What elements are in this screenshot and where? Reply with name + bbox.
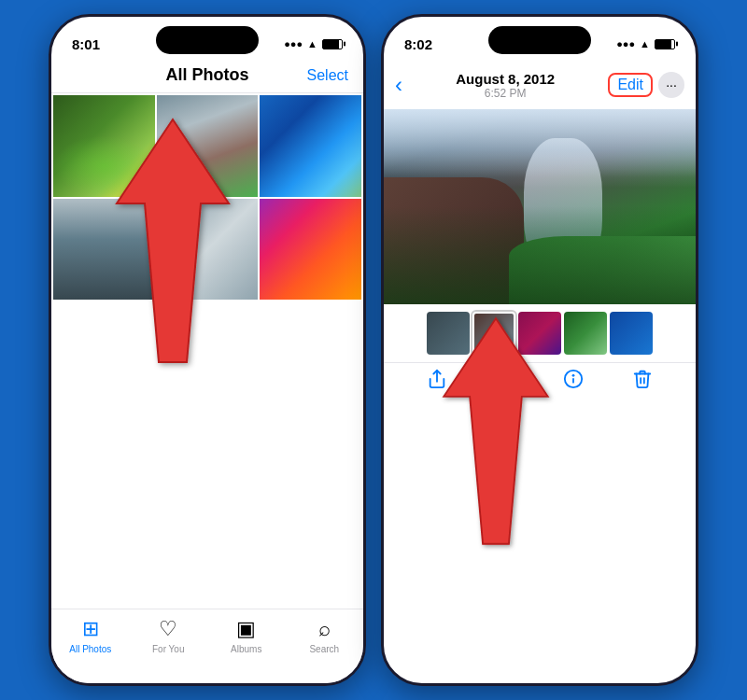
thumbnail-3[interactable] bbox=[518, 312, 561, 355]
status-time-2: 8:02 bbox=[404, 36, 432, 52]
ellipsis-icon: ··· bbox=[666, 77, 677, 92]
tab-for-you-icon: ♡ bbox=[159, 617, 177, 641]
signal-icon-1: ●●● bbox=[284, 38, 303, 49]
photo-date-main: August 8, 2012 bbox=[402, 71, 608, 87]
dynamic-island-1 bbox=[156, 26, 259, 54]
nav-right-actions: Edit ··· bbox=[608, 72, 684, 98]
all-photos-title: All Photos bbox=[113, 65, 302, 85]
like-button[interactable]: ♡ bbox=[496, 370, 514, 394]
photo-grid bbox=[51, 93, 363, 301]
more-options-button[interactable]: ··· bbox=[658, 72, 684, 98]
thumbnail-4[interactable] bbox=[564, 312, 607, 355]
signal-icon-2: ●●● bbox=[616, 38, 635, 49]
tab-all-photos-label: All Photos bbox=[69, 644, 111, 654]
back-button[interactable]: ‹ bbox=[395, 72, 402, 98]
nav-bar-1: All Photos Select bbox=[51, 62, 363, 93]
tab-for-you[interactable]: ♡ For You bbox=[130, 617, 208, 654]
tab-albums-label: Albums bbox=[231, 644, 261, 654]
thumbnail-5[interactable] bbox=[610, 312, 653, 355]
phone-2: 8:02 ●●● ▲ ‹ August 8, 2012 6:52 PM Edit… bbox=[381, 14, 698, 686]
tab-search-icon: ⌕ bbox=[318, 617, 331, 641]
nav-bar-detail: ‹ August 8, 2012 6:52 PM Edit ··· bbox=[384, 62, 696, 109]
thumbnail-1[interactable] bbox=[427, 312, 470, 355]
info-button[interactable] bbox=[563, 369, 584, 395]
dynamic-island-2 bbox=[488, 26, 591, 54]
status-icons-2: ●●● ▲ bbox=[616, 38, 675, 49]
thumbnail-strip bbox=[384, 304, 696, 362]
share-button[interactable] bbox=[427, 369, 447, 395]
battery-icon-2 bbox=[655, 39, 675, 49]
tab-bar-1: ⊞ All Photos ♡ For You ▣ Albums ⌕ Search bbox=[51, 609, 363, 683]
tab-search-label: Search bbox=[309, 644, 339, 654]
edit-button-label: Edit bbox=[617, 77, 643, 92]
wifi-icon-2: ▲ bbox=[640, 38, 650, 49]
status-time-1: 8:01 bbox=[72, 36, 100, 52]
wifi-icon-1: ▲ bbox=[307, 38, 317, 49]
select-button[interactable]: Select bbox=[302, 67, 348, 84]
vegetation-overlay bbox=[509, 236, 696, 304]
delete-button[interactable] bbox=[632, 369, 653, 395]
tab-for-you-label: For You bbox=[152, 644, 184, 654]
tab-all-photos[interactable]: ⊞ All Photos bbox=[51, 617, 130, 654]
photo-cell-4[interactable] bbox=[53, 199, 155, 301]
thumbnail-2-selected[interactable] bbox=[472, 312, 515, 355]
tab-albums[interactable]: ▣ Albums bbox=[207, 617, 286, 654]
photo-cell-3[interactable] bbox=[260, 95, 361, 197]
tab-search[interactable]: ⌕ Search bbox=[286, 617, 364, 654]
main-photo[interactable] bbox=[384, 109, 696, 304]
photo-date-sub: 6:52 PM bbox=[402, 87, 608, 100]
status-icons-1: ●●● ▲ bbox=[284, 38, 343, 49]
photo-date-area: August 8, 2012 6:52 PM bbox=[402, 65, 608, 104]
tab-photos-icon: ⊞ bbox=[82, 617, 99, 641]
photo-cell-5[interactable] bbox=[157, 199, 259, 301]
photo-cell-2[interactable] bbox=[157, 95, 259, 197]
edit-button[interactable]: Edit bbox=[608, 73, 653, 97]
rock-element bbox=[384, 177, 524, 304]
photo-cell-6[interactable] bbox=[260, 199, 361, 301]
phone-1: 8:01 ●●● ▲ All Photos Select bbox=[49, 14, 366, 686]
photo-cell-1[interactable] bbox=[53, 95, 155, 197]
action-bar: ♡ bbox=[384, 362, 696, 410]
battery-icon-1 bbox=[322, 39, 343, 49]
tab-albums-icon: ▣ bbox=[236, 617, 256, 641]
sky-overlay bbox=[384, 109, 696, 177]
